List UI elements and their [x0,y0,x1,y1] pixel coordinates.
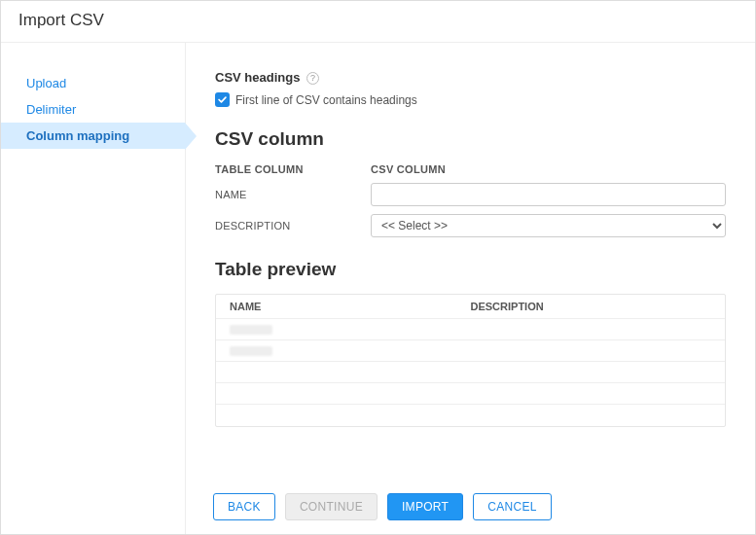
preview-cell [230,366,471,378]
mapping-select-name[interactable] [371,183,726,206]
headings-checkbox-label: First line of CSV contains headings [235,93,417,107]
column-mapping-grid: TABLE COLUMN CSV COLUMN NAME DESCRIPTION… [215,163,726,237]
preview-cell [471,344,712,359]
table-column-header: TABLE COLUMN [215,163,371,175]
preview-table: NAME DESCRIPTION [215,294,726,427]
headings-checkbox[interactable] [215,92,230,107]
sidebar-item-column-mapping[interactable]: Column mapping [1,123,185,149]
import-csv-window: Import CSV Upload Delimiter Column mappi… [0,0,756,535]
mapping-row-label-description: DESCRIPTION [215,220,371,232]
csv-headings-label: CSV headings [215,70,300,85]
preview-cell [230,409,471,422]
preview-row [216,319,725,340]
back-button[interactable]: BACK [213,493,275,520]
sidebar-item-delimiter[interactable]: Delimiter [1,96,185,123]
mapping-row-label-name: NAME [215,189,371,200]
headings-checkbox-row: First line of CSV contains headings [215,92,726,107]
cancel-button[interactable]: CANCEL [473,493,551,520]
body: Upload Delimiter Column mapping CSV head… [1,43,755,534]
preview-row [216,383,725,405]
wizard-sidebar: Upload Delimiter Column mapping [1,43,186,534]
preview-cell [471,409,712,422]
preview-cell [471,323,712,338]
preview-row [216,362,725,383]
sidebar-item-label: Delimiter [26,102,76,117]
check-icon [217,94,228,105]
preview-row [216,405,725,426]
redacted-text [230,325,272,335]
preview-cell [471,387,712,400]
preview-header-row: NAME DESCRIPTION [216,295,725,319]
redacted-text [230,346,272,356]
wizard-buttons: BACK CONTINUE IMPORT CANCEL [213,493,552,520]
import-button[interactable]: IMPORT [387,493,463,520]
table-preview-heading: Table preview [215,259,726,280]
sidebar-item-upload[interactable]: Upload [1,70,185,96]
continue-button: CONTINUE [285,493,378,520]
preview-row [216,340,725,362]
main-panel: CSV headings ? First line of CSV contain… [186,43,755,534]
sidebar-item-label: Upload [26,76,66,90]
sidebar-item-label: Column mapping [26,128,129,143]
csv-headings-row: CSV headings ? [215,70,726,85]
mapping-select-description[interactable]: << Select >> [371,214,726,237]
csv-column-heading: CSV column [215,128,726,150]
window-title: Import CSV [1,1,755,43]
preview-col-name: NAME [230,301,471,312]
preview-cell [230,344,471,359]
preview-cell [230,323,471,338]
help-icon[interactable]: ? [306,72,319,85]
preview-col-description: DESCRIPTION [471,301,712,312]
csv-column-header: CSV COLUMN [371,163,726,175]
preview-cell [471,366,712,378]
preview-cell [230,387,471,400]
